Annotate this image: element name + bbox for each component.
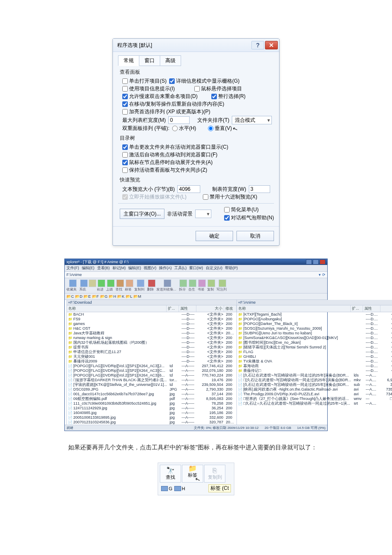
chk-play-media-now[interactable]: 立即开始播放媒体文件(L) [122,193,187,201]
btn-ok[interactable]: 确定 [196,231,233,241]
table-row[interactable]: FS9----D----<文件夹>200 [67,317,236,322]
toolbar-button[interactable] [179,279,187,287]
table-row[interactable]: □世界的《27_打个心跳落》(See-Through[凸人最奇漫世的话...wm… [237,397,392,401]
combo-inactive-bg[interactable]: ▼ [195,210,211,218]
toolbar-button[interactable] [80,279,88,287]
maximize-icon[interactable] [313,259,319,265]
menu-item[interactable]: 编辑(E) [82,266,95,270]
table-row[interactable]: [POPGO][FLAG][DVDRip][Vol.1][SP1][X264_A… [67,364,236,368]
menu-item[interactable]: 自定义(U) [206,266,223,270]
table-row[interactable]: □漫游字幕组DARKER THAN BLACK-黑之契约者2-流...tor..… [67,378,236,382]
menu-item[interactable]: 标记(M) [112,266,126,270]
table-row[interactable]: 幕海动画----D....<文件夹>200 [237,364,392,368]
table-row[interactable]: [POPGO][FLAG][DVDRip][Vol.1][SP2][X264_A… [67,368,236,373]
toolbar-button[interactable] [198,279,206,287]
table-row[interactable]: [久石让在武道馆~与宫崎骏动画一同走过的25年]演奏会(BDR...lds---… [237,373,392,378]
left-pane-header[interactable]: 名称 扩... 属性 大小 修改 [67,305,236,312]
toolbar-button[interactable] [208,279,215,287]
tab-general[interactable]: 常规 [118,55,139,66]
toolbar-button[interactable] [164,279,171,287]
help-icon[interactable]: ? [251,41,264,49]
table-row[interactable]: 提督书库----D----<文件夹>200 [67,345,236,350]
chk-highlight-first-col[interactable]: 加亮首选排序列 (XP 或更高版本)(P) [122,108,210,115]
table-row[interactable]: 20051008133819895.jpgjpg---A-----332,600… [67,415,236,420]
menu-item[interactable]: 工具(L) [174,266,187,270]
table-row[interactable]: The.Prodigy.2009.DVDRip.XviD-PUZZLE.avia… [237,392,392,397]
table-row[interactable]: 蔷薇传记□----D....<文件夹>200 [237,368,392,373]
table-row[interactable]: 09航空图例编辑.pdfpdf---A-----8,595,083200 [67,397,236,401]
table-row[interactable]: 天元突破001----D----<文件夹>200 [67,354,236,359]
menu-item[interactable]: 帮助(P) [225,266,238,270]
menu-item[interactable]: 编辑(E) [128,266,141,270]
table-row[interactable]: 暴揍传说2009----D----<文件夹>200 [67,359,236,364]
chk-hover-select[interactable]: 鼠标悬停选择项目 [194,85,242,92]
minimize-icon[interactable] [306,259,312,265]
chk-disable-hex[interactable]: 禁用十六进制预览(X) [203,193,257,201]
chk-tree-click-change[interactable]: 单击更改文件夹并在活动浏览器窗口显示(C) [122,144,228,151]
table-row[interactable]: TV未播放 & OVA----D....<文件夹>200 [237,359,392,364]
table-row[interactable]: [POPGO][Aoibungaku]----D....<文件夹>200 [237,317,392,322]
table-row[interactable]: 111_c0c7c99e0081093b8d53f0905cc524851.jp… [67,401,236,406]
table-row[interactable]: 国内32个机场机场起落航线图稿（约200图）----D----<文件夹>200 [67,340,236,345]
chk-slow-dbl-rename[interactable]: 允许慢速双击来重命名项目(D) [122,93,198,100]
input-max-col-width[interactable] [168,116,190,124]
menu-item[interactable]: 窗口(W) [189,266,203,270]
toolbar-button[interactable] [116,279,124,287]
chk-tree-sync[interactable]: 保持活动查看面板与文件夹同步(Z) [122,167,207,174]
table-row[interactable]: games----D----<文件夹>200 [67,322,236,326]
btn-main-font[interactable]: 主窗口字体(O)... [120,209,164,219]
right-pane-tab[interactable]: «F:\Anime [237,300,392,305]
table-row[interactable]: [POPGO][Darker_The_Black_II]----D....<文件… [237,322,392,326]
chk-tree-focus-activate[interactable]: 激活后自动将焦点移动到浏览器窗口(F) [122,151,217,158]
menu-item[interactable]: 操作(A) [159,266,172,270]
close-icon[interactable] [320,259,326,265]
toolbar-button[interactable] [148,279,156,287]
table-row[interactable]: BACH----D----<文件夹>200 [67,312,236,317]
menu-item[interactable]: 文件(F) [66,266,79,270]
table-row[interactable]: 20070123103245836.jpgjpg---A-----320,787… [67,420,236,425]
table-row[interactable]: [久石让在武道馆~与宫崎骏动画一同走过的25年]演奏会(BDR...sub---… [237,382,392,387]
fm-address-path[interactable]: F:\Anime [66,273,82,277]
chk-tree-auto-expand[interactable]: 鼠标在节点悬停时自动展开文件夹(A) [122,159,213,166]
chk-full-row-select[interactable]: 整行选择(R) [211,93,246,100]
table-row[interactable]: 1247111242929.jpgjpg---A-----36,254200 [67,406,236,411]
table-row[interactable]: 申请信息公开资料汇总11.27----D----<文件夹>200 [67,350,236,354]
toolbar-button[interactable] [98,279,105,287]
table-row[interactable]: □久石让=久石让在武道馆~与宫崎骏动画一同走过的25年~1演...srt---A… [237,401,392,406]
table-row[interactable]: [SOSG][Suzumiya_Haruhi_no_Yuuutsu_2009]-… [237,326,392,331]
table-row[interactable]: [映画].銀河鉄道の夜 -Night.on.the.Galactic.Railr… [237,387,392,392]
chk-info-tip[interactable]: 使用项目信息提示(I) [122,85,175,92]
btn-tabs[interactable]: 📁 标签 ↖ [182,465,203,483]
chk-detail-grid[interactable]: 详细信息模式中显示栅格(G) [169,78,239,85]
table-row[interactable]: runway marking & sign----D----<文件夹>200 [67,336,236,340]
drive-g[interactable]: G [161,486,173,491]
table-row[interactable]: [KTXP][Tegami_Bachi]----D....<文件夹>200 [237,312,392,317]
chk-single-click-open[interactable]: 单击打开项目(S) [122,78,167,85]
toolbar-button[interactable] [137,279,144,287]
chk-auto-sort-after-op[interactable]: 在移动/复制等操作后重新自动排序内容(E) [122,101,224,108]
table-row[interactable]: [SumiSora&HKG&CASO][KissxKiss][OAD][00-0… [237,336,392,340]
radio-dual-horizontal[interactable]: 水平(H) [172,125,196,132]
tab-advanced[interactable]: 高级 [160,55,181,66]
input-text-preview-size[interactable] [177,185,200,193]
toolbar-button[interactable] [126,279,133,287]
table-row[interactable]: Java大学基础教程----D----<文件夹>200 F [67,331,236,336]
btn-copy-to[interactable]: ⎘ 复制到 [204,465,225,483]
input-tab-width[interactable] [249,185,270,193]
combo-folder-sort[interactable]: 混合模式 ▼ [232,116,272,124]
menu-item[interactable]: 查看(B) [97,266,110,270]
fm-drive-bar[interactable]: 📂C 📂D 📂E 📂F 📂G 📂H 📂K 📂L 📂M [65,293,327,300]
table-row[interactable]: [SUBPIG][Ueno Juri to Itsutsu no kaban]-… [237,331,392,336]
table-row[interactable]: DSC0289.JPGJPG---A-----2,790,330200 [67,387,236,392]
toolbar-button[interactable] [219,279,226,287]
toolbar-button[interactable] [89,279,96,287]
toolbar-button[interactable] [69,279,77,287]
menu-item[interactable]: 视图(V) [144,266,156,270]
table-row[interactable]: [图书馆时间][Emc][Eve_no_Jikan]----D....<文件夹>… [237,340,392,345]
toolbar-button[interactable] [107,279,115,287]
tab-window[interactable]: 窗口 [139,55,160,66]
table-row[interactable]: □[久石让在武道馆~与宫崎骏动画一同走过的25年]演奏会(BDR...mkv--… [237,378,392,382]
left-pane-tab[interactable]: «F:\Download [67,300,236,305]
table-row[interactable]: FLAG----D....<文件夹>200 [237,350,392,354]
table-row[interactable]: H&C OST----D----<文件夹>200 [67,326,236,331]
